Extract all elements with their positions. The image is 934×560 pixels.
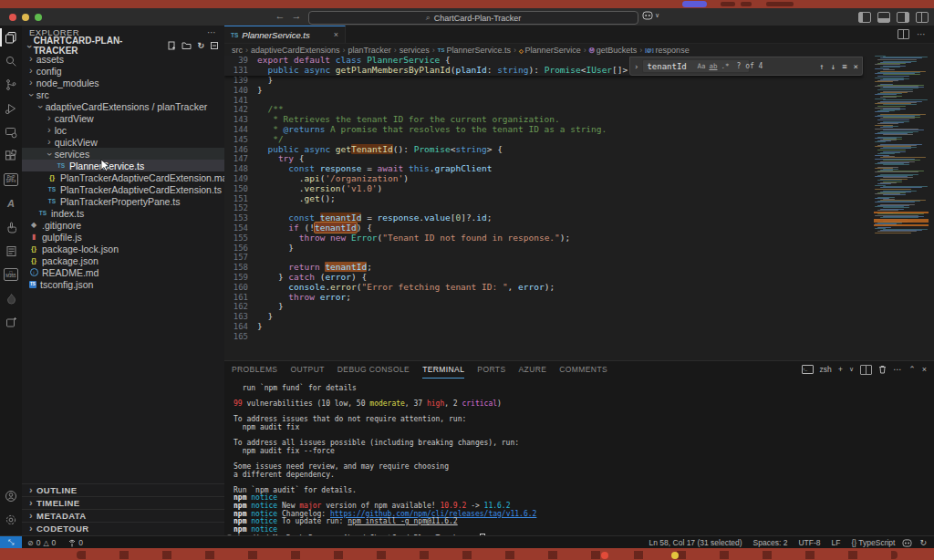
toggle-panel-icon[interactable] xyxy=(877,12,890,23)
tree-item-tsconfig-json[interactable]: TStsconfig.json xyxy=(22,278,224,290)
tree-item-readme-md[interactable]: iREADME.md xyxy=(22,266,224,278)
sidebar-item-explorer[interactable] xyxy=(0,26,22,49)
toggle-secondary-sidebar-icon[interactable] xyxy=(897,12,909,23)
warnings-count[interactable]: 0 xyxy=(52,538,57,547)
new-terminal-icon[interactable]: + xyxy=(838,365,843,374)
minimap[interactable] xyxy=(872,56,932,361)
breadcrumb-item-response[interactable]: [@]response xyxy=(645,46,689,55)
sidebar-item-extensions[interactable] xyxy=(0,144,22,168)
close-panel-icon[interactable]: × xyxy=(922,365,927,374)
whole-word-icon[interactable]: ab xyxy=(709,62,717,70)
ports-icon[interactable] xyxy=(68,539,76,547)
section-metadata[interactable]: ›METADATA xyxy=(22,509,224,522)
panel-tab-debug-console[interactable]: DEBUG CONSOLE xyxy=(337,361,410,379)
errors-count[interactable]: 0 xyxy=(36,538,41,547)
breadcrumb-item-getbuckets[interactable]: ⓂgetBuckets xyxy=(589,46,638,55)
split-terminal-icon[interactable] xyxy=(860,365,872,375)
ports-count[interactable]: 0 xyxy=(78,538,83,547)
next-match-icon[interactable]: ↓ xyxy=(831,62,835,71)
tree-item-package-lock-json[interactable]: {}package-lock.json xyxy=(22,243,224,254)
forward-icon[interactable]: → xyxy=(290,10,303,21)
split-editor-icon[interactable] xyxy=(898,29,909,39)
tree-item-adaptivecardextensions-plantracker[interactable]: ›adaptiveCardExtensions / planTracker xyxy=(22,100,224,112)
tree-item-plantrackerpropertypane-ts[interactable]: TSPlanTrackerPropertyPane.ts xyxy=(22,195,224,207)
more-actions-icon[interactable]: ⋯ xyxy=(893,365,902,374)
tree-item-services[interactable]: ›services xyxy=(22,148,224,160)
panel-tab-comments[interactable]: COMMENTS xyxy=(559,361,607,379)
tree-item--gitignore[interactable]: ◆.gitignore xyxy=(22,219,224,231)
breadcrumb-item-plannerservice.ts[interactable]: TSPlannerService.ts xyxy=(438,46,511,55)
section-codetour[interactable]: ›CODETOUR xyxy=(22,522,224,534)
sidebar-item-m365[interactable]: ◻M365 xyxy=(0,263,22,286)
tree-item-plantrackeradaptivecardextension-ts[interactable]: TSPlanTrackerAdaptiveCardExtension.ts xyxy=(22,183,224,195)
match-case-icon[interactable]: Aa xyxy=(697,62,705,70)
find-in-selection-icon[interactable]: ≡ xyxy=(842,62,846,71)
tree-item-quickview[interactable]: ›quickView xyxy=(22,136,224,148)
sidebar-item-pnp-spfx[interactable]: PnPSPFx xyxy=(0,168,22,192)
status-item-utf-8[interactable]: UTF-8 xyxy=(798,538,820,547)
sidebar-item-azure[interactable]: A xyxy=(0,192,22,215)
new-file-icon[interactable] xyxy=(167,41,176,50)
command-center[interactable]: ⌕ ChartCard-Plan-Tracker xyxy=(308,11,638,25)
tree-item-config[interactable]: ›config xyxy=(22,65,224,77)
minimize-window-button[interactable] xyxy=(22,14,29,21)
sync-icon[interactable]: ↻ xyxy=(919,538,927,547)
previous-match-icon[interactable]: ↑ xyxy=(819,62,824,71)
sidebar-item-teams-toolkit[interactable] xyxy=(0,215,22,239)
breadcrumb-item-services[interactable]: services xyxy=(400,46,430,55)
panel-tab-output[interactable]: OUTPUT xyxy=(290,361,324,379)
toggle-replace-icon[interactable]: › xyxy=(634,62,638,71)
close-window-button[interactable] xyxy=(9,14,16,21)
find-input[interactable]: tenantId xyxy=(642,59,750,73)
sidebar-item-dev-container[interactable] xyxy=(0,310,22,334)
status-item-lf[interactable]: LF xyxy=(831,538,840,547)
tree-item-cardview[interactable]: ›cardView xyxy=(22,112,224,124)
more-actions-icon[interactable]: ⋯ xyxy=(207,27,217,37)
maximize-panel-icon[interactable]: ⌃ xyxy=(908,365,916,374)
status-item-spaces-2[interactable]: Spaces: 2 xyxy=(753,538,788,547)
close-tab-icon[interactable]: × xyxy=(334,30,338,39)
tree-item-loc[interactable]: ›loc xyxy=(22,124,224,136)
copilot-menu[interactable]: ∨ xyxy=(642,11,659,20)
sidebar-item-remote-explorer[interactable] xyxy=(0,120,22,144)
breadcrumb-item-src[interactable]: src xyxy=(232,46,243,55)
project-root-row[interactable]: › CHARTCARD-PLAN-TRACKER ↻ xyxy=(22,39,224,52)
trash-icon[interactable] xyxy=(878,365,887,374)
new-folder-icon[interactable] xyxy=(182,41,192,50)
more-actions-icon[interactable]: ⋯ xyxy=(917,29,927,39)
section-outline[interactable]: ›OUTLINE xyxy=(22,483,224,496)
settings-button[interactable] xyxy=(0,508,22,532)
status-item-ln-58-col-17-31-sele[interactable]: Ln 58, Col 17 (31 selected) xyxy=(649,538,742,547)
warnings-icon[interactable]: △ xyxy=(43,539,48,547)
panel-tab-terminal[interactable]: TERMINAL xyxy=(422,361,464,379)
tree-item-src[interactable]: ›src xyxy=(22,88,224,100)
sidebar-item-run-debug[interactable] xyxy=(0,97,22,120)
panel-tab-problems[interactable]: PROBLEMS xyxy=(232,361,277,379)
tree-item-node-modules[interactable]: ›node_modules xyxy=(22,77,224,88)
tree-item-gulpfile-js[interactable]: ▮gulpfile.js xyxy=(22,231,224,243)
breadcrumb-item-plannerservice[interactable]: ◇PlannerService xyxy=(519,46,581,55)
collapse-all-icon[interactable] xyxy=(210,41,219,50)
remote-indicator[interactable]: ⤡ xyxy=(0,536,22,549)
status-item--typescript[interactable]: {} TypeScript xyxy=(851,538,895,547)
tree-item-index-ts[interactable]: TSindex.ts xyxy=(22,207,224,219)
tree-item-package-json[interactable]: {}package.json xyxy=(22,254,224,266)
refresh-icon[interactable]: ↻ xyxy=(197,41,204,50)
tree-item-plantrackeradaptivecardextension-manifest-json[interactable]: {}PlanTrackerAdaptiveCardExtension.manif… xyxy=(22,171,224,183)
sidebar-item-source-control[interactable] xyxy=(0,73,22,97)
tab-plannerservice[interactable]: TS PlannerService.ts × xyxy=(224,26,346,43)
sidebar-item-sharepoint[interactable] xyxy=(0,286,22,310)
errors-icon[interactable]: ⊘ xyxy=(27,539,34,547)
terminal-output[interactable]: run `npm fund` for details99 vulnerabili… xyxy=(234,385,927,542)
customize-layout-icon[interactable] xyxy=(916,12,929,23)
sidebar-item-search[interactable] xyxy=(0,49,22,73)
code-editor[interactable]: 139 }140}141142 /**143 * Retrieves the t… xyxy=(224,56,934,361)
panel-tab-azure[interactable]: AZURE xyxy=(518,361,546,379)
close-icon[interactable]: × xyxy=(854,62,858,71)
copilot-status-icon[interactable] xyxy=(902,539,912,547)
zoom-window-button[interactable] xyxy=(35,14,42,21)
chevron-down-icon[interactable]: ∨ xyxy=(849,366,854,373)
shell-label[interactable]: zsh xyxy=(820,365,832,374)
breadcrumb-item-plantracker[interactable]: planTracker xyxy=(348,46,391,55)
breadcrumb-item-adaptivecardextensions[interactable]: adaptiveCardExtensions xyxy=(251,46,340,55)
